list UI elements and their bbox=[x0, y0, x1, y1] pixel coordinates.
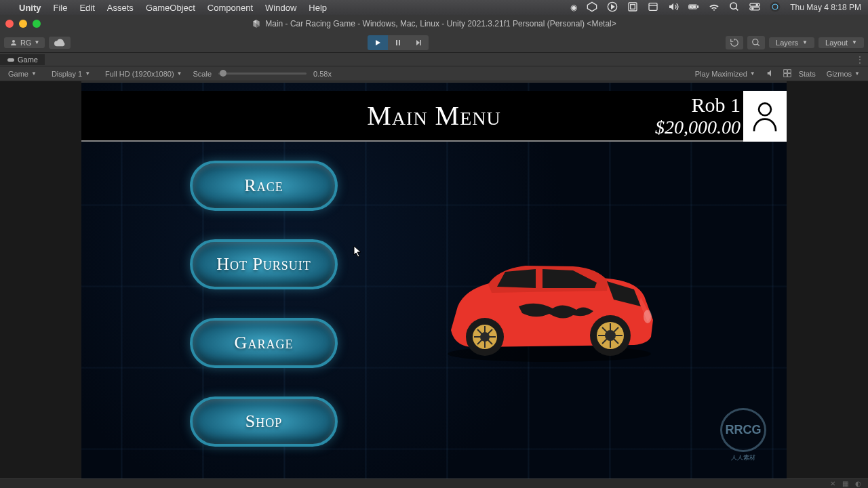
watermark-text: 人人素材 bbox=[731, 453, 755, 462]
profile-button[interactable] bbox=[743, 91, 787, 142]
scale-slider[interactable] bbox=[218, 73, 307, 75]
player-name: Rob 1 bbox=[655, 94, 741, 117]
watermark: RRCG 人人素材 bbox=[709, 408, 777, 462]
hot-pursuit-button[interactable]: Hot Pursuit bbox=[190, 239, 338, 289]
svg-point-50 bbox=[644, 310, 652, 323]
account-label: RG bbox=[20, 39, 32, 47]
shop-button-label: Shop bbox=[245, 411, 282, 432]
scale-label: Scale bbox=[193, 70, 212, 78]
tab-game[interactable]: Game bbox=[0, 54, 45, 65]
status-icon-2[interactable]: ▦ bbox=[842, 480, 848, 487]
race-button[interactable]: Race bbox=[190, 161, 338, 211]
gizmos-dropdown[interactable]: Gizmos ▼ bbox=[823, 70, 864, 78]
window-maximize-button[interactable] bbox=[33, 20, 41, 28]
gamepad-icon bbox=[7, 56, 15, 63]
menu-edit[interactable]: Edit bbox=[79, 3, 94, 13]
game-controls-bar: Game ▼ Display 1 ▼ Full HD (1920x1080) ▼… bbox=[0, 66, 868, 81]
svg-line-28 bbox=[757, 43, 760, 45]
wifi-icon[interactable] bbox=[709, 1, 719, 14]
svg-rect-29 bbox=[7, 58, 14, 62]
slider-thumb[interactable] bbox=[220, 70, 226, 77]
pause-button[interactable] bbox=[388, 35, 408, 50]
svg-rect-24 bbox=[399, 40, 400, 45]
game-tab-bar: Game ⋮ bbox=[0, 53, 868, 66]
menubar-datetime[interactable]: Thu May 4 8:18 PM bbox=[790, 3, 861, 12]
window-title: Main - Car Racing Game - Windows, Mac, L… bbox=[265, 19, 616, 28]
chevron-down-icon: ▼ bbox=[750, 70, 755, 77]
play-button[interactable] bbox=[368, 35, 388, 50]
main-menu-header: Main Menu Rob 1 $20,000.00 bbox=[81, 91, 787, 142]
menu-gameobject[interactable]: GameObject bbox=[146, 3, 195, 13]
svg-point-10 bbox=[730, 3, 736, 9]
siri-icon[interactable] bbox=[770, 1, 781, 14]
svg-point-16 bbox=[770, 1, 781, 12]
menu-component[interactable]: Component bbox=[208, 3, 253, 13]
account-dropdown[interactable]: RG ▼ bbox=[4, 37, 45, 48]
svg-point-21 bbox=[12, 40, 15, 43]
svg-marker-25 bbox=[416, 40, 420, 45]
race-button-label: Race bbox=[244, 176, 283, 196]
play-maximized-dropdown[interactable]: Play Maximized ▼ bbox=[691, 70, 760, 78]
svg-point-15 bbox=[752, 7, 753, 9]
battery-icon[interactable] bbox=[688, 1, 699, 14]
chevron-down-icon: ▼ bbox=[31, 70, 37, 77]
stage-manager-icon[interactable] bbox=[627, 1, 638, 14]
profile-icon bbox=[750, 100, 780, 134]
hot-pursuit-button-label: Hot Pursuit bbox=[216, 254, 311, 274]
step-button[interactable] bbox=[408, 35, 429, 50]
menu-window[interactable]: Window bbox=[265, 3, 296, 13]
volume-icon[interactable] bbox=[668, 1, 679, 14]
mute-audio-icon[interactable] bbox=[766, 68, 776, 79]
svg-point-34 bbox=[759, 103, 771, 115]
game-background bbox=[81, 83, 787, 479]
menu-assets[interactable]: Assets bbox=[107, 3, 134, 13]
scale-value: 0.58x bbox=[313, 70, 332, 78]
svg-rect-23 bbox=[396, 40, 397, 45]
unity-hub-icon[interactable] bbox=[587, 1, 597, 14]
status-icon-3[interactable]: ◐ bbox=[855, 480, 861, 487]
window-close-button[interactable] bbox=[5, 20, 14, 28]
tab-game-label: Game bbox=[18, 56, 38, 64]
game-mode-label: Game bbox=[8, 70, 28, 78]
macos-menubar: Unity File Edit Assets GameObject Compon… bbox=[0, 0, 868, 15]
layers-dropdown[interactable]: Layers ▼ bbox=[769, 37, 814, 48]
resolution-label: Full HD (1920x1080) bbox=[105, 70, 174, 78]
svg-rect-5 bbox=[649, 3, 657, 10]
svg-marker-2 bbox=[612, 5, 614, 8]
tab-menu-icon[interactable]: ⋮ bbox=[856, 55, 864, 64]
chevron-down-icon: ▼ bbox=[852, 39, 857, 45]
shop-button[interactable]: Shop bbox=[190, 396, 338, 447]
chevron-down-icon: ▼ bbox=[177, 70, 182, 77]
menu-file[interactable]: File bbox=[54, 3, 68, 13]
status-icon-1[interactable]: ✕ bbox=[830, 480, 835, 487]
control-center-icon[interactable] bbox=[749, 1, 760, 14]
svg-rect-32 bbox=[783, 73, 787, 77]
game-screen: Main Menu Rob 1 $20,000.00 Race Hot Purs… bbox=[81, 81, 787, 479]
menu-buttons-container: Race Hot Pursuit Garage Shop bbox=[190, 161, 338, 447]
record-icon[interactable]: ◉ bbox=[570, 3, 577, 12]
menu-app-name[interactable]: Unity bbox=[19, 3, 41, 13]
display-dropdown[interactable]: Display 1 ▼ bbox=[47, 70, 94, 78]
garage-button[interactable]: Garage bbox=[190, 318, 338, 368]
chevron-down-icon: ▼ bbox=[802, 39, 808, 45]
cloud-button[interactable] bbox=[49, 37, 71, 49]
svg-point-13 bbox=[756, 4, 757, 5]
menu-help[interactable]: Help bbox=[309, 3, 327, 13]
layout-label: Layout bbox=[825, 39, 848, 47]
svg-rect-30 bbox=[783, 69, 787, 73]
undo-history-button[interactable] bbox=[726, 36, 743, 49]
date-icon[interactable] bbox=[648, 1, 658, 14]
spotlight-icon[interactable] bbox=[729, 1, 740, 14]
global-search-button[interactable] bbox=[747, 36, 765, 49]
layout-dropdown[interactable]: Layout ▼ bbox=[818, 37, 864, 48]
svg-rect-33 bbox=[787, 73, 791, 77]
svg-rect-14 bbox=[750, 7, 760, 9]
gizmos-grid-icon[interactable] bbox=[783, 68, 792, 79]
play-status-icon[interactable] bbox=[607, 1, 618, 14]
resolution-dropdown[interactable]: Full HD (1920x1080) ▼ bbox=[101, 70, 186, 78]
stats-button[interactable]: Stats bbox=[799, 70, 816, 78]
window-minimize-button[interactable] bbox=[19, 20, 27, 28]
game-mode-dropdown[interactable]: Game ▼ bbox=[4, 70, 41, 78]
svg-rect-12 bbox=[750, 3, 760, 6]
status-bar: ✕ ▦ ◐ bbox=[0, 479, 868, 488]
